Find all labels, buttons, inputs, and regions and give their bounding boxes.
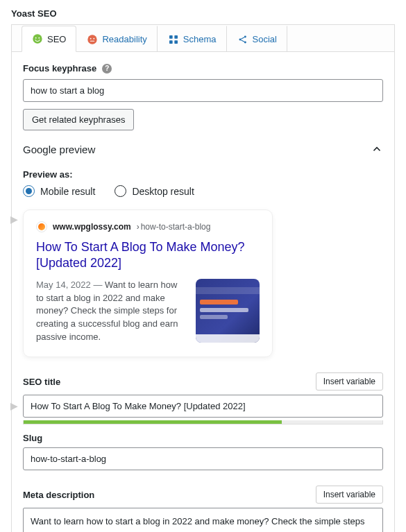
seo-title-insert-variable-button[interactable]: Insert variable xyxy=(316,372,383,391)
preview-separator: — xyxy=(93,280,102,290)
tab-readability-label: Readability xyxy=(102,34,146,44)
help-icon[interactable]: ? xyxy=(102,64,112,74)
chevron-up-icon xyxy=(371,143,383,155)
svg-line-14 xyxy=(241,37,244,39)
slug-label: Slug xyxy=(23,433,42,443)
meta-description-input[interactable] xyxy=(23,508,383,532)
svg-point-13 xyxy=(244,41,246,43)
plugin-title: Yoast SEO xyxy=(11,6,395,24)
desktop-result-label: Desktop result xyxy=(132,186,194,197)
google-preview-toggle[interactable]: Google preview xyxy=(23,130,383,162)
preview-path-sep: › xyxy=(137,222,139,232)
tab-seo[interactable]: SEO xyxy=(22,26,76,52)
preview-as-label: Preview as: xyxy=(23,169,383,180)
svg-point-5 xyxy=(94,37,95,39)
focus-keyphrase-input[interactable] xyxy=(23,79,383,102)
google-preview-card: www.wpglossy.com › how-to-start-a-blog H… xyxy=(23,209,273,357)
grid-icon xyxy=(168,34,179,45)
desktop-result-radio[interactable]: Desktop result xyxy=(115,185,194,197)
caret-icon: ▶ xyxy=(10,214,18,225)
focus-keyphrase-label: Focus keyphrase xyxy=(23,63,96,74)
seo-title-progress xyxy=(23,420,383,424)
mobile-result-label: Mobile result xyxy=(40,186,95,197)
svg-rect-8 xyxy=(174,35,178,39)
svg-point-12 xyxy=(244,35,246,37)
tab-social[interactable]: Social xyxy=(227,26,287,52)
preview-text: May 14, 2022 — Want to learn how to star… xyxy=(36,279,186,344)
seo-title-input[interactable] xyxy=(23,395,383,418)
radio-checked-icon xyxy=(23,185,35,197)
preview-title: How To Start A Blog To Make Money? [Upda… xyxy=(36,239,260,272)
seo-title-label: SEO title xyxy=(23,377,60,387)
smiley-ok-icon xyxy=(87,34,98,45)
slug-input[interactable] xyxy=(23,447,383,470)
radio-unchecked-icon xyxy=(115,185,126,197)
mobile-result-radio[interactable]: Mobile result xyxy=(23,185,95,197)
caret-icon: ▶ xyxy=(10,400,18,411)
tab-readability[interactable]: Readability xyxy=(76,26,157,52)
share-icon xyxy=(237,34,248,45)
svg-point-0 xyxy=(33,34,42,43)
google-preview-heading: Google preview xyxy=(23,144,95,155)
tab-schema-label: Schema xyxy=(183,34,217,44)
preview-date: May 14, 2022 xyxy=(36,280,91,290)
svg-rect-7 xyxy=(169,35,173,39)
svg-line-15 xyxy=(241,40,244,42)
yoast-metabox: SEO Readability Schema Social Focus keyp… xyxy=(11,24,395,532)
tab-social-label: Social xyxy=(253,34,277,44)
seo-panel: Focus keyphrase ? Get related keyphrases… xyxy=(12,52,394,532)
favicon-icon xyxy=(36,221,47,232)
svg-rect-9 xyxy=(169,40,173,44)
tab-bar: SEO Readability Schema Social xyxy=(12,25,394,52)
preview-thumbnail xyxy=(196,279,260,343)
preview-path: how-to-start-a-blog xyxy=(141,222,211,232)
tab-schema[interactable]: Schema xyxy=(158,26,227,52)
svg-point-3 xyxy=(88,35,97,44)
svg-point-11 xyxy=(239,38,241,40)
svg-rect-10 xyxy=(174,40,178,44)
preview-domain: www.wpglossy.com xyxy=(53,222,131,232)
smiley-good-icon xyxy=(32,33,43,44)
svg-point-1 xyxy=(35,37,37,39)
svg-point-4 xyxy=(90,37,92,39)
svg-point-2 xyxy=(38,37,40,39)
meta-description-label: Meta description xyxy=(23,490,94,500)
meta-description-insert-variable-button[interactable]: Insert variable xyxy=(316,486,383,504)
get-related-keyphrases-button[interactable]: Get related keyphrases xyxy=(23,109,134,130)
tab-seo-label: SEO xyxy=(47,34,66,44)
